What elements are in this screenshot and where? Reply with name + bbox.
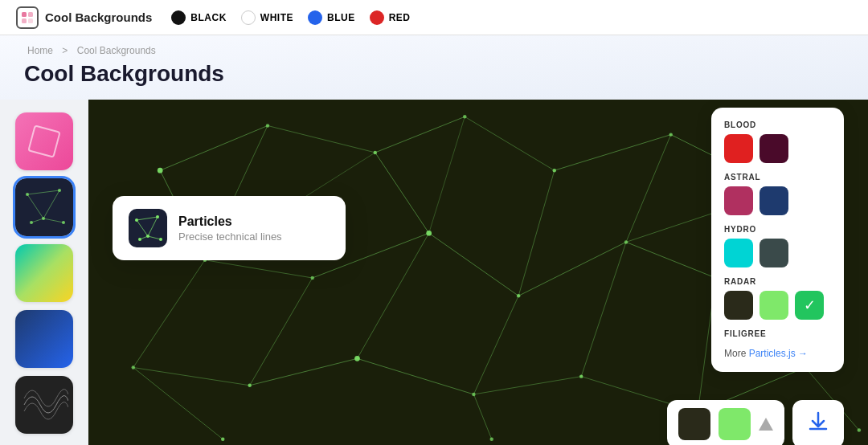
svg-line-46	[465, 116, 554, 170]
svg-line-59	[357, 233, 428, 358]
logo-area: Cool Backgrounds	[16, 6, 152, 29]
color-group-astral: ASTRAL	[724, 173, 831, 215]
color-option-white[interactable]: WHITE	[241, 10, 293, 25]
more-link: More Particles.js →	[724, 348, 831, 359]
svg-rect-0	[22, 12, 27, 17]
logo-icon	[16, 6, 39, 29]
radar-swatch-1[interactable]	[724, 291, 753, 320]
svg-line-48	[518, 170, 555, 296]
svg-line-60	[518, 242, 626, 296]
bottom-bar	[667, 400, 844, 445]
page-title: Cool Backgrounds	[24, 61, 844, 87]
gradient-thumb	[15, 244, 73, 302]
wave-thumb	[15, 376, 73, 434]
blue-dot	[308, 10, 322, 25]
blood-swatches	[724, 134, 831, 163]
svg-rect-1	[28, 12, 33, 17]
svg-line-57	[250, 278, 313, 386]
astral-label: ASTRAL	[724, 173, 831, 182]
red-label: RED	[389, 12, 411, 23]
svg-line-86	[137, 217, 158, 220]
particles-js-link[interactable]: Particles.js →	[749, 348, 808, 359]
breadcrumb: Home > Cool Backgrounds	[24, 45, 844, 56]
svg-line-80	[429, 116, 465, 233]
svg-line-44	[375, 116, 465, 153]
svg-line-11	[43, 190, 59, 218]
astral-swatch-2[interactable]	[760, 186, 788, 215]
blood-label: BLOOD	[724, 120, 831, 129]
tooltip-icon	[129, 209, 167, 247]
svg-line-58	[429, 233, 518, 296]
svg-line-87	[137, 220, 148, 236]
sidebar-item-blue[interactable]	[15, 310, 73, 368]
preview-swatch-green[interactable]	[719, 408, 751, 440]
color-group-hydro: HYDRO	[724, 225, 831, 267]
sidebar	[0, 100, 88, 445]
white-dot	[241, 10, 256, 25]
color-option-black[interactable]: BLACK	[171, 10, 227, 25]
svg-line-89	[148, 236, 161, 239]
svg-line-54	[205, 260, 313, 278]
radar-swatches: ✓	[724, 291, 831, 320]
tooltip-card: Particles Precise technical lines	[113, 196, 346, 260]
breadcrumb-separator: >	[62, 45, 68, 56]
color-preview-card	[667, 400, 784, 445]
radar-label: RADAR	[724, 277, 831, 286]
color-group-blood: BLOOD	[724, 120, 831, 163]
tooltip-text: Particles Precise technical lines	[178, 214, 282, 243]
svg-rect-2	[22, 18, 27, 23]
svg-line-55	[133, 260, 205, 368]
radar-selected-check[interactable]: ✓	[795, 291, 824, 320]
page-header: Home > Cool Backgrounds Cool Backgrounds	[0, 35, 868, 100]
sidebar-item-wave[interactable]	[15, 376, 73, 434]
blue-label: BLUE	[327, 12, 355, 23]
filigree-label: FILIGREE	[724, 329, 831, 338]
svg-line-40	[160, 125, 268, 170]
svg-point-17	[463, 115, 466, 118]
blood-swatch-2[interactable]	[760, 134, 788, 163]
svg-line-88	[148, 217, 158, 236]
svg-point-19	[669, 133, 672, 136]
red-dot	[370, 10, 384, 25]
svg-line-42	[268, 125, 375, 152]
sidebar-item-particles[interactable]	[15, 178, 73, 236]
svg-line-45	[375, 153, 429, 233]
svg-line-61	[473, 296, 518, 394]
blue-thumb	[15, 310, 73, 368]
trianglify-thumb	[15, 112, 73, 170]
svg-line-63	[581, 242, 626, 376]
hydro-swatches	[724, 239, 831, 267]
color-panel: BLOOD ASTRAL HYDRO	[711, 108, 844, 372]
color-option-blue[interactable]: BLUE	[308, 10, 355, 25]
svg-line-69	[250, 358, 358, 385]
white-label: WHITE	[260, 12, 293, 23]
astral-swatches	[724, 186, 831, 215]
sidebar-item-gradient[interactable]	[15, 244, 73, 302]
svg-line-71	[473, 377, 581, 394]
svg-line-72	[473, 394, 491, 439]
hydro-swatch-2[interactable]	[760, 239, 788, 267]
color-options: BLACK WHITE BLUE RED	[171, 10, 410, 25]
radar-swatch-2[interactable]	[760, 291, 788, 320]
header: Cool Backgrounds BLACK WHITE BLUE RED	[0, 0, 868, 35]
svg-line-47	[555, 135, 671, 171]
svg-line-67	[133, 367, 250, 385]
black-label: BLACK	[190, 12, 227, 23]
breadcrumb-home[interactable]: Home	[27, 45, 53, 56]
blood-swatch-1[interactable]	[724, 134, 753, 163]
download-button[interactable]	[792, 400, 844, 445]
tooltip-subtitle: Precise technical lines	[178, 231, 282, 243]
svg-point-38	[489, 437, 493, 440]
breadcrumb-current: Cool Backgrounds	[77, 45, 156, 56]
svg-line-90	[140, 236, 148, 239]
main-content: Particles Precise technical lines BLOOD …	[0, 100, 868, 445]
svg-line-70	[357, 358, 473, 394]
canvas-area: Particles Precise technical lines BLOOD …	[88, 100, 868, 445]
color-group-radar: RADAR ✓	[724, 277, 831, 320]
sidebar-item-trianglify[interactable]	[15, 112, 73, 170]
astral-swatch-1[interactable]	[724, 186, 753, 215]
black-dot	[171, 10, 186, 25]
preview-swatch-dark[interactable]	[678, 408, 710, 440]
color-option-red[interactable]: RED	[370, 10, 411, 25]
hydro-swatch-1[interactable]	[724, 239, 753, 267]
